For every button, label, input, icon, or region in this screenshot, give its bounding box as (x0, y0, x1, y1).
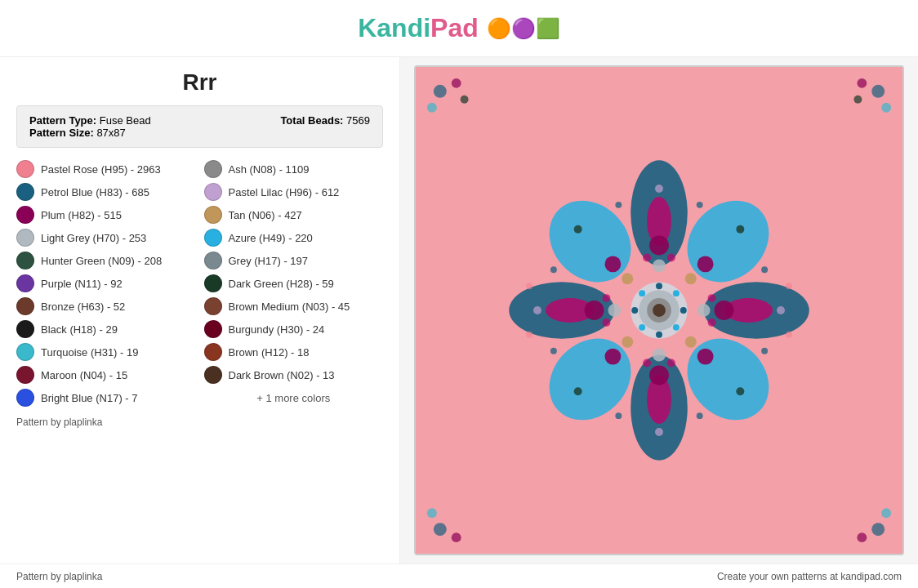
color-item: Burgundy (H30) - 24 (204, 320, 384, 338)
color-label: Petrol Blue (H83) - 685 (41, 186, 149, 198)
color-label: Bronze (H63) - 52 (41, 301, 125, 313)
color-item: Grey (H17) - 197 (204, 252, 384, 270)
color-item: Brown Medium (N03) - 45 (204, 297, 384, 315)
svg-point-77 (602, 318, 610, 327)
svg-point-58 (777, 306, 785, 314)
svg-point-42 (685, 336, 697, 348)
svg-point-3 (427, 103, 437, 113)
color-label: Hunter Green (N09) - 208 (41, 255, 162, 267)
color-swatch (16, 252, 34, 270)
color-swatch (16, 206, 34, 224)
color-label: Dark Green (H28) - 59 (229, 278, 334, 290)
svg-point-61 (574, 387, 582, 395)
color-item: Turquoise (H31) - 19 (16, 343, 196, 361)
color-item: Bright Blue (N17) - 7 (16, 389, 196, 407)
pattern-meta: Pattern Type: Fuse Bead Pattern Size: 87… (16, 105, 383, 148)
svg-point-49 (631, 307, 638, 314)
color-label: Azure (H49) - 220 (229, 232, 313, 244)
svg-point-63 (550, 266, 557, 273)
cta-text: Create your own patterns at kandipad.com (717, 571, 902, 582)
size-label: Pattern Size: (29, 127, 94, 139)
beads-value: 7569 (346, 114, 370, 127)
color-label: Purple (N11) - 92 (41, 278, 123, 290)
pattern-by-left: Pattern by plaplinka (16, 416, 102, 428)
colors-grid: Pastel Rose (H95) - 2963Ash (N08) - 1109… (16, 160, 383, 407)
svg-point-27 (649, 236, 669, 256)
color-item: Dark Brown (N02) - 13 (204, 366, 384, 384)
more-colors[interactable]: + 1 more colors (204, 392, 384, 407)
svg-point-5 (871, 85, 885, 98)
color-label: Bright Blue (N17) - 7 (41, 392, 138, 404)
svg-point-53 (639, 324, 645, 331)
svg-point-71 (526, 283, 533, 289)
svg-point-67 (615, 202, 622, 208)
svg-point-76 (708, 294, 716, 302)
svg-point-82 (667, 359, 675, 368)
color-label: Maroon (N04) - 15 (41, 369, 127, 381)
color-swatch (204, 252, 222, 270)
svg-point-39 (622, 273, 633, 284)
svg-point-59 (574, 225, 582, 234)
color-item: Azure (H49) - 220 (204, 229, 384, 247)
svg-point-57 (533, 306, 541, 314)
svg-point-8 (853, 96, 862, 104)
type-value: Fuse Bead (100, 114, 151, 127)
type-label: Pattern Type: (29, 114, 96, 127)
size-value: 87x87 (96, 127, 125, 139)
color-swatch (204, 183, 222, 201)
color-swatch (16, 160, 34, 178)
color-label: Black (H18) - 29 (41, 323, 118, 336)
color-label: Ash (N08) - 1109 (229, 163, 310, 176)
svg-point-66 (761, 348, 768, 354)
color-swatch (16, 389, 34, 407)
color-swatch (16, 274, 34, 292)
svg-point-30 (715, 301, 734, 320)
color-swatch (204, 320, 222, 338)
svg-point-81 (643, 359, 651, 368)
color-label: Turquoise (H31) - 19 (41, 346, 138, 359)
color-item: Petrol Blue (H83) - 685 (16, 183, 196, 201)
logo-kandi: KandiPad (358, 13, 479, 43)
color-item: Black (H18) - 29 (16, 320, 196, 338)
svg-point-70 (697, 412, 703, 419)
svg-point-1 (434, 85, 447, 98)
svg-point-73 (526, 332, 533, 338)
svg-point-72 (786, 283, 792, 289)
color-item: Purple (N11) - 92 (16, 274, 196, 292)
color-swatch (16, 366, 34, 384)
color-item: Plum (H82) - 515 (16, 206, 196, 224)
beads-label: Total Beads: (280, 114, 343, 127)
svg-point-33 (604, 349, 621, 365)
svg-point-69 (615, 412, 622, 419)
color-item: Tan (N06) - 427 (204, 206, 384, 224)
svg-point-60 (736, 225, 744, 234)
color-label: Tan (N06) - 427 (229, 209, 302, 221)
color-label: Burgundy (H30) - 24 (229, 323, 325, 336)
color-swatch (16, 183, 34, 201)
color-item: Pastel Rose (H95) - 2963 (16, 160, 196, 178)
color-swatch (204, 274, 222, 292)
svg-point-50 (680, 307, 687, 314)
color-label: Brown Medium (N03) - 45 (229, 301, 350, 313)
right-panel (400, 57, 918, 564)
svg-point-40 (685, 273, 697, 284)
svg-point-32 (697, 256, 714, 272)
logo: KandiPad 🟠🟣🟩 (358, 13, 560, 43)
color-item: Bronze (H63) - 52 (16, 297, 196, 315)
color-swatch (16, 229, 34, 247)
svg-point-12 (871, 523, 885, 536)
svg-point-65 (550, 348, 557, 354)
svg-point-11 (427, 508, 437, 518)
svg-point-74 (786, 332, 792, 338)
svg-point-48 (656, 332, 662, 338)
color-swatch (204, 366, 222, 384)
svg-point-13 (857, 532, 867, 542)
color-item: Brown (H12) - 18 (204, 343, 384, 361)
svg-point-78 (708, 318, 716, 327)
svg-point-47 (656, 283, 662, 289)
color-item: Light Grey (H70) - 253 (16, 229, 196, 247)
svg-point-10 (452, 532, 461, 542)
svg-point-4 (461, 96, 469, 104)
color-swatch (16, 343, 34, 361)
svg-point-37 (608, 304, 621, 317)
